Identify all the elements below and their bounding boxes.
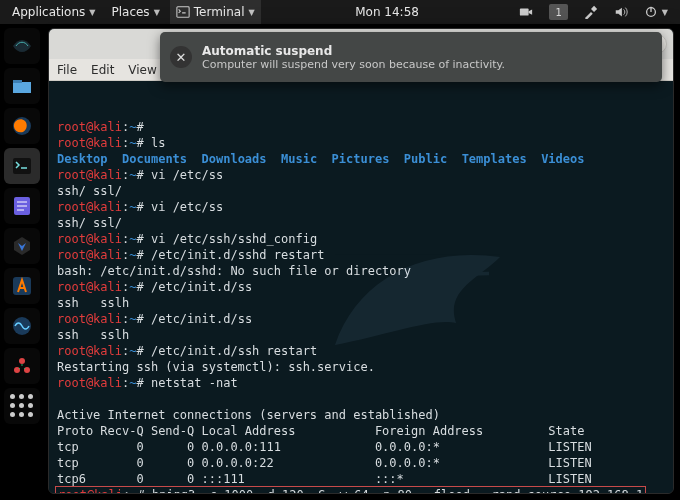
volume[interactable] bbox=[608, 0, 634, 24]
power-icon bbox=[644, 5, 658, 19]
camera-icon bbox=[519, 5, 533, 19]
recording-indicator[interactable] bbox=[513, 0, 539, 24]
terminal-output[interactable]: root@kali:~# root@kali:~# ls Desktop Doc… bbox=[49, 81, 673, 493]
applications-label: Applications bbox=[12, 5, 85, 19]
svg-rect-1 bbox=[520, 9, 529, 16]
svg-point-15 bbox=[14, 367, 20, 373]
ls-dir: Videos bbox=[541, 152, 584, 166]
workspace-badge: 1 bbox=[549, 4, 567, 20]
prompt-user: root@kali bbox=[57, 120, 122, 134]
workspace-switcher[interactable]: 1 bbox=[543, 0, 573, 24]
notification-body: Computer will suspend very soon because … bbox=[202, 58, 505, 71]
launcher-texteditor[interactable] bbox=[4, 188, 40, 224]
notification-title: Automatic suspend bbox=[202, 44, 505, 58]
dock bbox=[4, 28, 44, 424]
notification[interactable]: ✕ Automatic suspend Computer will suspen… bbox=[160, 32, 662, 82]
clock-label: Mon 14:58 bbox=[355, 5, 419, 19]
terminal-icon bbox=[176, 5, 190, 19]
power[interactable]: ▼ bbox=[638, 0, 674, 24]
ls-dir: Documents bbox=[122, 152, 187, 166]
ls-dir: Desktop bbox=[57, 152, 108, 166]
launcher-kali[interactable] bbox=[4, 28, 40, 64]
applications-menu[interactable]: Applications ▼ bbox=[6, 0, 101, 24]
notification-text: Automatic suspend Computer will suspend … bbox=[202, 44, 505, 71]
chevron-down-icon: ▼ bbox=[154, 8, 160, 17]
chevron-down-icon: ▼ bbox=[662, 8, 668, 17]
ls-dir: Templates bbox=[462, 152, 527, 166]
svg-rect-7 bbox=[13, 158, 31, 174]
launcher-burpsuite[interactable] bbox=[4, 268, 40, 304]
launcher-wireshark[interactable] bbox=[4, 308, 40, 344]
svg-rect-5 bbox=[13, 80, 22, 83]
svg-point-14 bbox=[19, 358, 25, 364]
menu-view[interactable]: View bbox=[128, 63, 156, 77]
clock[interactable]: Mon 14:58 bbox=[349, 0, 425, 24]
colorpicker-icon bbox=[584, 5, 598, 19]
svg-rect-2 bbox=[591, 6, 597, 12]
top-panel: Applications ▼ Places ▼ Terminal ▼ Mon 1… bbox=[0, 0, 680, 24]
chevron-down-icon: ▼ bbox=[249, 8, 255, 17]
terminal-label: Terminal bbox=[194, 5, 245, 19]
launcher-metasploit[interactable] bbox=[4, 228, 40, 264]
places-label: Places bbox=[111, 5, 149, 19]
menu-file[interactable]: File bbox=[57, 63, 77, 77]
terminal-menu[interactable]: Terminal ▼ bbox=[170, 0, 261, 24]
notification-icon: ✕ bbox=[170, 46, 192, 68]
highlighted-command: root@kali:~# hping3 -c 1000 -d 120 -S -w… bbox=[55, 486, 646, 493]
wired-network[interactable] bbox=[578, 0, 604, 24]
places-menu[interactable]: Places ▼ bbox=[105, 0, 165, 24]
launcher-files[interactable] bbox=[4, 68, 40, 104]
ls-dir: Music bbox=[281, 152, 317, 166]
launcher-showapps[interactable] bbox=[4, 388, 40, 424]
terminal-window: – □ × File Edit View root@kali:~# root@k… bbox=[48, 28, 674, 494]
ls-dir: Downloads bbox=[202, 152, 267, 166]
grid-icon bbox=[10, 394, 34, 418]
volume-icon bbox=[614, 5, 628, 19]
launcher-terminal[interactable] bbox=[4, 148, 40, 184]
ls-dir: Pictures bbox=[332, 152, 390, 166]
chevron-down-icon: ▼ bbox=[89, 8, 95, 17]
ls-dir: Public bbox=[404, 152, 447, 166]
launcher-firefox[interactable] bbox=[4, 108, 40, 144]
svg-point-16 bbox=[24, 367, 30, 373]
launcher-maltego[interactable] bbox=[4, 348, 40, 384]
svg-rect-0 bbox=[177, 7, 189, 18]
menu-edit[interactable]: Edit bbox=[91, 63, 114, 77]
